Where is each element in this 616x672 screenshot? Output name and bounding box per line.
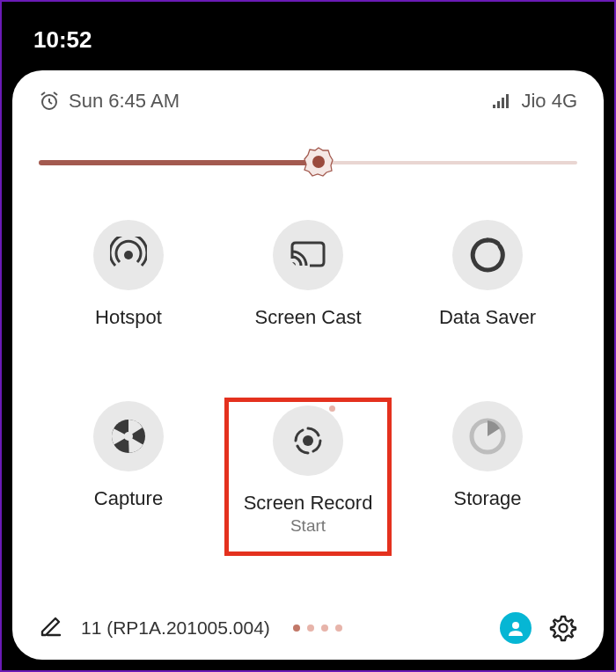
- screenshot-frame: 10:52 Sun 6:45 AM: [0, 0, 616, 672]
- svg-point-17: [512, 622, 519, 629]
- svg-rect-8: [506, 94, 509, 108]
- tile-label: Screen Record: [244, 492, 373, 515]
- tile-hotspot[interactable]: Hotspot: [45, 216, 212, 345]
- page-dots[interactable]: [293, 625, 342, 632]
- brightness-thumb-icon[interactable]: [304, 147, 334, 177]
- alarm-time-text[interactable]: Sun 6:45 AM: [69, 90, 180, 113]
- svg-point-13: [124, 432, 133, 441]
- storage-icon: [452, 401, 523, 471]
- tile-screen-cast[interactable]: Screen Cast: [224, 216, 392, 345]
- slider-track-empty: [319, 161, 577, 164]
- user-avatar-icon[interactable]: [500, 612, 532, 644]
- data-saver-icon: [452, 220, 523, 290]
- carrier-text: Jio 4G: [521, 90, 577, 113]
- svg-line-3: [41, 92, 45, 95]
- page-dot: [321, 625, 328, 632]
- tile-label: Data Saver: [439, 306, 536, 329]
- svg-line-4: [54, 92, 57, 95]
- settings-gear-icon[interactable]: [549, 614, 577, 642]
- panel-top-row: Sun 6:45 AM Jio 4G: [39, 90, 577, 113]
- hotspot-icon: [93, 220, 164, 290]
- quick-settings-panel: Sun 6:45 AM Jio 4G: [12, 70, 604, 660]
- slider-track-filled: [39, 160, 319, 165]
- tile-label: Hotspot: [95, 306, 162, 329]
- edit-icon[interactable]: [39, 614, 63, 642]
- notification-dot-icon: [329, 405, 335, 412]
- build-text[interactable]: 11 (RP1A.201005.004): [81, 617, 270, 639]
- tiles-grid: Hotspot Screen Cast: [39, 216, 577, 556]
- tile-sublabel: Start: [290, 516, 326, 536]
- svg-point-11: [124, 251, 133, 259]
- svg-rect-5: [493, 105, 495, 108]
- cast-icon: [273, 220, 343, 290]
- bottom-bar: 11 (RP1A.201005.004): [39, 596, 577, 647]
- tile-label: Screen Cast: [254, 306, 361, 329]
- svg-point-10: [312, 156, 325, 168]
- brightness-slider[interactable]: [39, 150, 577, 174]
- status-time: 10:52: [33, 26, 92, 54]
- tile-label: Capture: [94, 487, 163, 510]
- svg-rect-6: [497, 101, 500, 108]
- record-icon: [273, 405, 343, 476]
- alarm-icon: [39, 91, 60, 112]
- aperture-icon: [93, 401, 164, 471]
- tile-capture[interactable]: Capture: [45, 398, 212, 556]
- svg-point-18: [560, 625, 568, 632]
- svg-line-2: [49, 102, 52, 104]
- svg-point-14: [303, 435, 313, 446]
- tile-screen-record[interactable]: Screen Record Start: [224, 398, 392, 556]
- page-dot: [335, 625, 342, 632]
- page-dot: [307, 625, 314, 632]
- svg-rect-7: [502, 98, 504, 108]
- tile-storage[interactable]: Storage: [404, 398, 571, 556]
- signal-icon: [493, 92, 512, 110]
- tile-label: Storage: [453, 487, 521, 510]
- page-dot: [293, 625, 300, 632]
- tile-data-saver[interactable]: Data Saver: [404, 216, 571, 345]
